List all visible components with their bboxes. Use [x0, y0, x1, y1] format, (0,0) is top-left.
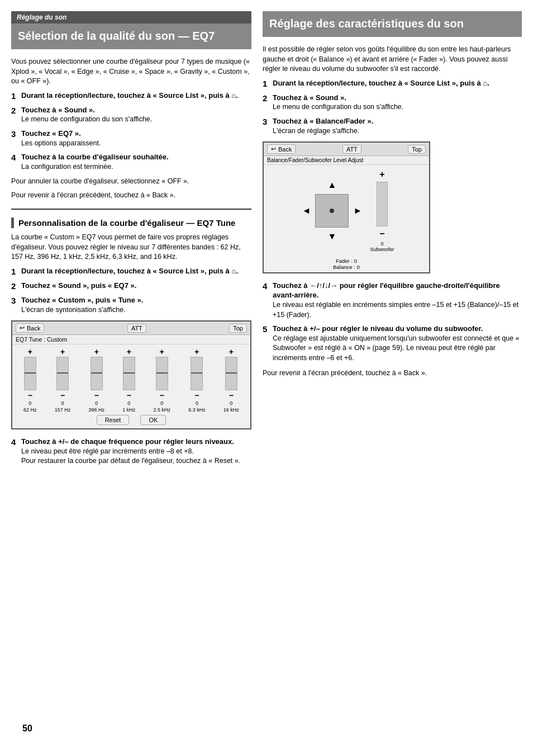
eq-plus-5[interactable]: + — [160, 348, 164, 356]
bf-sub-label: 0 Subwoofer — [370, 241, 394, 252]
screen-back-btn[interactable]: ↩ Back — [16, 323, 44, 333]
screen-ok-btn[interactable]: OK — [140, 415, 166, 425]
r-step-5: 5 Touchez à +/– pour régler le niveau du… — [263, 324, 522, 363]
bf-sub-minus-btn[interactable]: − — [379, 229, 384, 239]
section-title-left: Sélection de la qualité du son — EQ7 — [11, 23, 251, 49]
eq-val-7: 0 — [230, 400, 232, 406]
intro-text-right: Il est possible de régler selon vos goût… — [263, 45, 522, 74]
eq-band-7: + − 0 16 kHz — [223, 348, 239, 413]
cancel-note: Pour annuler la courbe d'égaliseur, séle… — [11, 177, 251, 187]
eq-minus-5[interactable]: − — [160, 391, 164, 399]
bf-back-btn[interactable]: ↩ Back — [267, 144, 296, 154]
eq-screen: ↩ Back ATT Top EQ7 Tune : Custom + − 0 6… — [11, 320, 251, 429]
eq-plus-4[interactable]: + — [127, 348, 131, 356]
eq-bands-grid: + − 0 62 Hz + − 0 157 Hz + — [12, 344, 250, 413]
back-note-1: Pour revenir à l'écran précédent, touche… — [11, 191, 251, 201]
eq-plus-3[interactable]: + — [94, 348, 99, 356]
eq-minus-2[interactable]: − — [60, 391, 65, 399]
eq-plus-2[interactable]: + — [60, 348, 65, 356]
step-1-left: 1 Durant la réception/lecture, touchez à… — [11, 91, 251, 101]
eq-label-7: 16 kHz — [223, 407, 239, 413]
bf-back-arrow-icon: ↩ — [271, 145, 276, 153]
bf-subtitle: Balance/Fader/Subwoofer Level Adjust — [264, 156, 429, 165]
bf-right-btn[interactable]: ► — [354, 206, 363, 215]
eq-bar-5 — [156, 357, 168, 390]
eq-val-1: 0 — [28, 400, 31, 406]
section-header-left: Réglage du son — [11, 11, 251, 23]
eq-minus-4[interactable]: − — [127, 391, 131, 399]
page-number: 50 — [22, 724, 32, 734]
subsection-intro: La courbe « Custom » EQ7 vous permet de … — [11, 233, 251, 262]
main-steps-left: 1 Durant la réception/lecture, touchez à… — [11, 91, 251, 172]
bf-cross-control: ▲ ◄ ► ▼ — [298, 177, 365, 244]
eq-minus-6[interactable]: − — [194, 391, 199, 399]
bf-down-btn[interactable]: ▼ — [328, 232, 337, 241]
sub-step-3: 3 Touchez « Custom », puis « Tune ». L'é… — [11, 296, 251, 315]
screen-subtitle: EQ7 Tune : Custom — [12, 335, 250, 344]
eq-band-1: + − 0 62 Hz — [23, 348, 37, 413]
eq-bar-2 — [56, 357, 69, 390]
bf-subwoofer-control: + − 0 Subwoofer — [370, 169, 394, 252]
back-arrow-icon: ↩ — [20, 324, 25, 332]
eq-band-6: + − 0 6.3 kHz — [188, 348, 206, 413]
bf-up-btn[interactable]: ▲ — [328, 181, 337, 190]
step-2-left: 2 Touchez à « Sound ». Le menu de config… — [11, 106, 251, 125]
screen-bottom-bar: Reset OK — [12, 413, 250, 428]
eq-plus-1[interactable]: + — [28, 348, 32, 356]
eq-minus-1[interactable]: − — [28, 391, 32, 399]
screen-reset-btn[interactable]: Reset — [97, 415, 130, 425]
bf-top-btn[interactable]: Top — [408, 145, 426, 154]
eq-bar-7 — [225, 357, 237, 390]
bf-dot — [330, 209, 334, 213]
r-step-4: 4 Touchez à ←/↑/↓/→ pour régler l'équili… — [263, 281, 522, 320]
back-note-right: Pour revenir à l'écran précédent, touche… — [263, 368, 522, 379]
bf-sub-bar — [377, 182, 388, 226]
eq-plus-7[interactable]: + — [229, 348, 234, 356]
eq-val-5: 0 — [160, 400, 163, 406]
eq-label-3: 396 Hz — [89, 407, 105, 413]
bf-sub-plus-btn[interactable]: + — [379, 169, 384, 179]
eq-bar-4 — [123, 357, 135, 390]
eq-label-5: 2.5 kHz — [153, 407, 170, 413]
r-step-2: 2 Touchez à « Sound ». Le menu de config… — [263, 93, 522, 112]
sub-steps-left: 1 Durant la réception/lecture, touchez à… — [11, 267, 251, 315]
eq-label-6: 6.3 kHz — [188, 407, 206, 413]
bf-center-area — [315, 194, 349, 228]
step-4-left: 4 Touchez à la courbe d'égaliseur souhai… — [11, 153, 251, 172]
eq-val-2: 0 — [61, 400, 64, 406]
bf-main: ▲ ◄ ► ▼ + − — [264, 165, 429, 257]
sub-step-2: 2 Touchez « Sound », puis « EQ7 ». — [11, 281, 251, 291]
eq-val-6: 0 — [196, 400, 198, 406]
r-step-3: 3 Touchez à « Balance/Fader ». L'écran d… — [263, 117, 522, 136]
eq-bar-6 — [191, 357, 203, 390]
r-step-1: 1 Durant la réception/lecture, touchez à… — [263, 79, 522, 89]
eq-band-5: + − 0 2.5 kHz — [153, 348, 170, 413]
eq-band-3: + − 0 396 Hz — [89, 348, 105, 413]
bf-screen: ↩ Back ATT Top Balance/Fader/Subwoofer L… — [263, 141, 430, 273]
section-title-right: Réglage des caractéristiques du son — [263, 11, 522, 37]
eq-bar-1 — [24, 357, 36, 390]
eq-label-1: 62 Hz — [23, 407, 37, 413]
bf-left-btn[interactable]: ◄ — [302, 206, 311, 215]
eq-minus-7[interactable]: − — [229, 391, 234, 399]
bf-back-label: Back — [278, 146, 292, 153]
eq-val-3: 0 — [95, 400, 98, 406]
eq-plus-6[interactable]: + — [194, 348, 199, 356]
sub-step-1: 1 Durant la réception/lecture, touchez à… — [11, 267, 251, 277]
eq-label-4: 1 kHz — [122, 407, 135, 413]
step-3-left: 3 Touchez « EQ7 ». Les options apparaiss… — [11, 129, 251, 148]
screen-att-btn[interactable]: ATT — [127, 324, 146, 333]
intro-text-left: Vous pouvez sélectionner une courbe d'ég… — [11, 57, 251, 87]
eq-band-2: + − 0 157 Hz — [55, 348, 71, 413]
screen-top-bar: ↩ Back ATT Top — [12, 322, 250, 335]
screen-back-label: Back — [27, 325, 40, 332]
eq-bar-3 — [91, 357, 103, 390]
eq-band-4: + − 0 1 kHz — [122, 348, 135, 413]
right-column: Réglage des caractéristiques du son Il e… — [263, 11, 522, 745]
divider-left — [11, 209, 251, 210]
bf-status: Fader : 0 Balance : 0 — [264, 257, 429, 272]
bf-att-btn[interactable]: ATT — [342, 145, 361, 154]
bf-top-bar: ↩ Back ATT Top — [264, 143, 429, 156]
screen-top-btn[interactable]: Top — [229, 324, 247, 333]
eq-minus-3[interactable]: − — [94, 391, 99, 399]
